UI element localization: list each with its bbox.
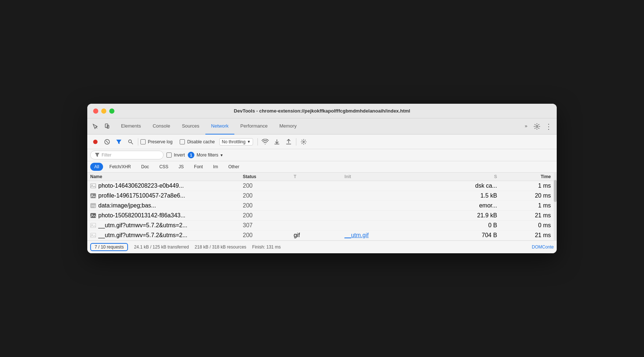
disable-cache-check-box[interactable]: [180, 139, 185, 144]
image-icon: [90, 193, 96, 199]
import-button[interactable]: [272, 137, 282, 147]
requests-count: 7 / 10 requests: [90, 243, 128, 251]
type-doc-button[interactable]: Doc: [137, 163, 153, 171]
tab-console[interactable]: Console: [147, 118, 176, 135]
separator-3: [296, 138, 296, 146]
svg-rect-17: [91, 184, 96, 188]
tab-performance[interactable]: Performance: [234, 118, 273, 135]
table-row[interactable]: profile-1496175100457-27a8e6... 200 1.5 …: [87, 191, 557, 201]
search-button[interactable]: [125, 137, 136, 147]
row-status: 200: [243, 202, 294, 209]
filter-row: Filter Invert 1 More filters ▼: [87, 149, 557, 161]
cursor-icon[interactable]: [90, 121, 100, 132]
more-filters-button[interactable]: More filters ▼: [197, 152, 223, 158]
row-size: 0 B: [446, 222, 500, 229]
throttle-select[interactable]: No throttling ▼: [219, 138, 253, 146]
preserve-log-check-box[interactable]: [140, 139, 146, 144]
minimize-button[interactable]: [101, 108, 106, 114]
table-row[interactable]: __utm.gif?utmwv=5.7.2&utms=2... 307 0 B …: [87, 221, 557, 231]
network-settings-icon[interactable]: [299, 137, 309, 147]
filter-icon[interactable]: [114, 137, 124, 147]
row-status: 200: [243, 232, 294, 239]
row-status: 200: [243, 192, 294, 199]
clear-button[interactable]: [102, 137, 112, 147]
row-status: 200: [243, 212, 294, 219]
device-icon[interactable]: [102, 121, 112, 132]
row-size: dsk ca...: [446, 183, 500, 189]
svg-point-28: [92, 234, 93, 235]
close-button[interactable]: [93, 108, 98, 114]
settings-icon[interactable]: [532, 121, 542, 132]
svg-point-3: [536, 125, 538, 127]
svg-point-26: [92, 224, 93, 225]
scrollbar-track: [554, 173, 557, 240]
row-time: 21 ms: [500, 232, 554, 239]
wifi-icon[interactable]: [260, 137, 270, 147]
window-controls: [93, 108, 114, 114]
nav-tabs: Elements Console Sources Network Perform…: [87, 118, 557, 135]
more-options-icon[interactable]: ⋮: [544, 121, 554, 132]
image-icon: [90, 183, 96, 189]
type-other-button[interactable]: Other: [224, 163, 243, 171]
svg-point-18: [92, 185, 93, 186]
row-time: 1 ms: [500, 202, 554, 209]
type-filter-row: All Fetch/XHR Doc CSS JS Font Im Other: [87, 161, 557, 173]
more-filters-badge: 1: [188, 152, 194, 158]
tab-memory[interactable]: Memory: [274, 118, 303, 135]
image-icon: [90, 222, 96, 228]
svg-point-9: [129, 140, 132, 143]
tab-elements[interactable]: Elements: [115, 118, 147, 135]
window-title: DevTools - chrome-extension://pejkokffka…: [234, 108, 410, 114]
row-time: 0 ms: [500, 222, 554, 229]
col-time-header: Time: [500, 174, 554, 179]
type-js-button[interactable]: JS: [175, 163, 188, 171]
export-button[interactable]: [283, 137, 294, 147]
type-img-button[interactable]: Im: [209, 163, 222, 171]
more-tabs-button[interactable]: »: [522, 118, 530, 135]
row-time: 20 ms: [500, 192, 554, 199]
filter-input-container[interactable]: Filter: [90, 151, 164, 159]
row-size: emor...: [446, 202, 500, 209]
row-initiator: __utm.gif: [344, 232, 446, 239]
table-row[interactable]: __utm.gif?utmwv=5.7.2&utms=2... 200 gif …: [87, 231, 557, 240]
row-status: 307: [243, 222, 294, 229]
chevron-down-icon: ▼: [247, 140, 250, 144]
svg-point-24: [92, 214, 93, 216]
table-row[interactable]: img data:image/jpeg;bas... 200 emor... 1…: [87, 201, 557, 211]
preserve-log-checkbox[interactable]: Preserve log: [140, 139, 172, 144]
chevron-down-icon: ▼: [220, 153, 223, 157]
row-status: 200: [243, 183, 294, 189]
toolbar: Preserve log Disable cache No throttling…: [87, 135, 557, 149]
svg-marker-8: [116, 140, 121, 144]
type-css-button[interactable]: CSS: [155, 163, 172, 171]
type-font-button[interactable]: Font: [190, 163, 207, 171]
svg-line-10: [131, 143, 133, 144]
scrollbar-thumb[interactable]: [554, 180, 557, 202]
svg-rect-5: [94, 141, 96, 143]
table-container: Name Status T Init S Time photo-14643062…: [87, 173, 557, 240]
image-icon: [90, 232, 96, 238]
type-all-button[interactable]: All: [90, 163, 103, 171]
col-size-header: S: [446, 174, 500, 179]
maximize-button[interactable]: [109, 108, 114, 114]
invert-label[interactable]: Invert: [167, 152, 185, 158]
table-row[interactable]: photo-1505820013142-f86a343... 200 21.9 …: [87, 211, 557, 221]
row-type: gif: [294, 232, 345, 239]
invert-checkbox[interactable]: [167, 152, 172, 158]
record-button[interactable]: [90, 137, 100, 147]
col-name-header: Name: [90, 174, 243, 179]
separator-2: [257, 138, 258, 146]
svg-rect-19: [91, 194, 96, 198]
row-size: 1.5 kB: [446, 192, 500, 199]
transferred-info: 24.1 kB / 125 kB transferred: [134, 244, 189, 250]
disable-cache-checkbox[interactable]: Disable cache: [180, 139, 215, 144]
row-size: 704 B: [446, 232, 500, 239]
table-header: Name Status T Init S Time: [87, 173, 557, 181]
tab-network[interactable]: Network: [205, 118, 235, 135]
tab-sources[interactable]: Sources: [176, 118, 205, 135]
type-fetchxhr-button[interactable]: Fetch/XHR: [105, 163, 135, 171]
nav-icons: [90, 121, 112, 132]
svg-text:img: img: [91, 205, 95, 207]
filter-placeholder: Filter: [102, 152, 111, 158]
table-row[interactable]: photo-1464306208223-e0b449... 200 dsk ca…: [87, 181, 557, 191]
